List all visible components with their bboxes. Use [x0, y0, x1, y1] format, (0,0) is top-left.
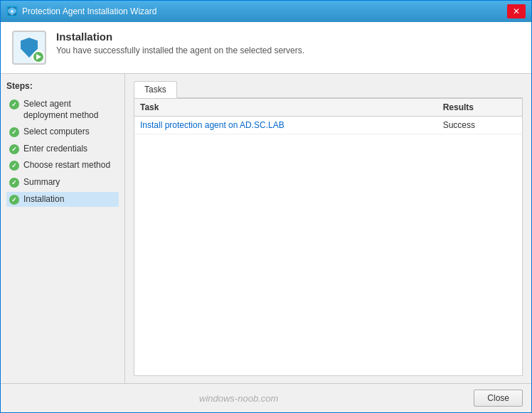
close-wizard-button[interactable]: Close	[474, 390, 523, 407]
title-text: Protection Agent Installation Wizard	[22, 6, 156, 16]
title-bar-left: Protection Agent Installation Wizard	[6, 6, 156, 17]
task-link[interactable]: Install protection agent on AD.SC.LAB	[140, 120, 284, 130]
step-dot-select-computers	[9, 127, 19, 137]
main-panel: Tasks Task Results Install protection ag…	[125, 74, 531, 383]
sidebar-item-select-computers: Select computers	[6, 124, 119, 140]
tasks-table: Task Results Install protection agent on…	[134, 99, 522, 134]
task-cell: Install protection agent on AD.SC.LAB	[134, 117, 437, 134]
results-cell: Success	[437, 117, 522, 134]
footer: windows-noob.com Close	[1, 383, 531, 412]
sidebar: Steps: Select agent deployment method Se…	[1, 74, 125, 383]
header-title: Installation	[56, 31, 304, 43]
step-dot-choose-restart	[9, 161, 19, 171]
play-triangle	[36, 54, 41, 60]
header-description: You have successfully installed the agen…	[56, 45, 304, 55]
main-window: Protection Agent Installation Wizard ✕ I…	[0, 0, 532, 413]
column-results: Results	[437, 99, 522, 117]
svg-point-1	[11, 10, 14, 13]
table-row: Install protection agent on AD.SC.LABSuc…	[134, 117, 522, 134]
table-container: Task Results Install protection agent on…	[134, 98, 523, 376]
step-label-enter-credentials: Enter credentials	[23, 144, 87, 155]
sidebar-item-select-agent: Select agent deployment method	[6, 97, 119, 123]
step-label-installation: Installation	[23, 194, 64, 205]
step-dot-enter-credentials	[9, 144, 19, 154]
close-button[interactable]: ✕	[507, 4, 526, 18]
sidebar-item-enter-credentials: Enter credentials	[6, 141, 119, 157]
watermark: windows-noob.com	[9, 393, 468, 404]
sidebar-item-summary: Summary	[6, 175, 119, 191]
step-label-select-agent: Select agent deployment method	[23, 99, 116, 121]
step-label-choose-restart: Choose restart method	[23, 160, 110, 171]
table-header-row: Task Results	[134, 99, 522, 117]
step-dot-select-agent	[9, 100, 19, 109]
header-icon	[12, 31, 46, 65]
app-icon	[6, 6, 18, 17]
header-area: Installation You have successfully insta…	[1, 22, 531, 74]
step-dot-installation	[9, 195, 19, 205]
step-dot-summary	[9, 178, 19, 188]
column-task: Task	[134, 99, 437, 117]
steps-label: Steps:	[6, 81, 119, 91]
step-label-summary: Summary	[23, 177, 60, 188]
icon-background	[12, 31, 46, 65]
step-label-select-computers: Select computers	[23, 127, 90, 138]
tab-bar: Tasks	[134, 81, 523, 98]
sidebar-item-choose-restart: Choose restart method	[6, 158, 119, 173]
title-bar: Protection Agent Installation Wizard ✕	[1, 1, 531, 22]
play-icon	[32, 50, 45, 63]
tab-tasks[interactable]: Tasks	[134, 81, 177, 98]
sidebar-item-installation: Installation	[6, 192, 119, 208]
header-text: Installation You have successfully insta…	[56, 31, 304, 55]
content-area: Steps: Select agent deployment method Se…	[1, 74, 531, 383]
